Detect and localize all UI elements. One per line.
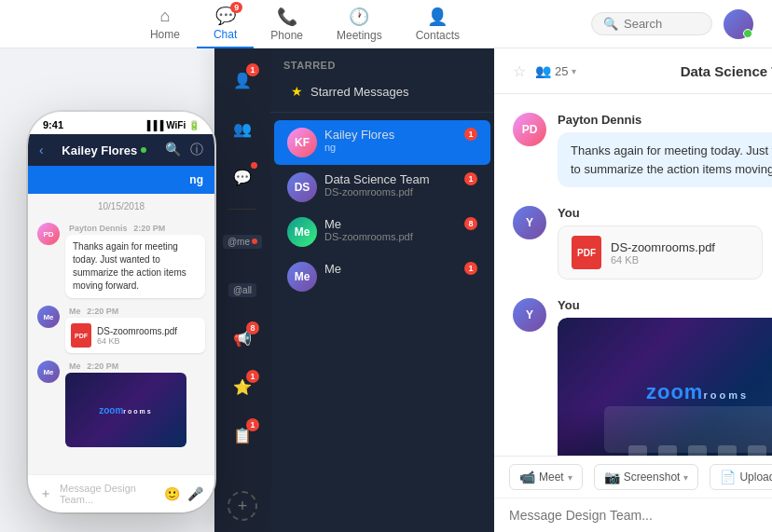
upload-icon: 📄 bbox=[720, 470, 736, 484]
file-size: 64 KB bbox=[611, 254, 715, 266]
phone-info-icon[interactable]: ⓘ bbox=[190, 142, 203, 158]
nav-items: ⌂ Home 💬 9 Chat 📞 Phone 🕐 Meetings 👤 Con… bbox=[133, 0, 476, 48]
phone-message-2: Me Me 2:20 PM PDF DS-zoomrooms.pdf 64 KB bbox=[28, 302, 214, 357]
starred-section-label: STARRED bbox=[283, 60, 481, 71]
nav-contacts[interactable]: 👤 Contacts bbox=[399, 1, 476, 48]
phone-message-input[interactable]: Message Design Team... bbox=[60, 483, 157, 505]
nav-home[interactable]: ⌂ Home bbox=[133, 1, 197, 47]
search-input[interactable] bbox=[624, 17, 700, 31]
upload-label: Upload bbox=[739, 471, 772, 484]
chat-preview-dst: DS-zoomrooms.pdf bbox=[324, 186, 457, 198]
sidebar-item-1[interactable]: 👤 1 bbox=[222, 60, 263, 101]
phone-avatar-payton: PD bbox=[37, 223, 60, 245]
nav-meetings[interactable]: 🕐 Meetings bbox=[320, 1, 399, 48]
zoom-sub: rooms bbox=[703, 389, 749, 401]
phone-status-icons: ▐▐▐ WiFi 🔋 bbox=[144, 120, 200, 130]
msg-bubble-1: Thanks again for meeting today. Just wan… bbox=[558, 132, 772, 187]
phone-file-attachment: PDF DS-zoomrooms.pdf 64 KB bbox=[65, 318, 205, 353]
chat-title: Data Science Team bbox=[667, 63, 772, 79]
chat-badge: 9 bbox=[230, 2, 242, 13]
message-group-1: PD Payton Dennis 2:20 PM Thanks again fo… bbox=[513, 113, 772, 187]
msg-sender-1: Payton Dennis bbox=[558, 113, 641, 127]
chair-2 bbox=[658, 445, 677, 456]
user-avatar[interactable] bbox=[724, 9, 753, 39]
phone-zoom-image: zoomrooms bbox=[65, 373, 186, 447]
chat-avatar-me2: Me bbox=[287, 262, 317, 292]
chat-info-me1: Me DS-zoomrooms.pdf bbox=[324, 217, 457, 242]
video-icon: 📹 bbox=[519, 470, 535, 484]
clock-icon: 🕐 bbox=[349, 7, 369, 27]
screenshot-label: Screenshot bbox=[624, 471, 681, 484]
sidebar-item-2[interactable]: 👥 bbox=[222, 108, 263, 149]
sidebar-dot-3 bbox=[251, 162, 257, 169]
contacts-label: Contacts bbox=[416, 29, 460, 42]
sidebar-item-8[interactable]: 📋 1 bbox=[222, 415, 263, 456]
chat-item-me2[interactable]: Me Me 1 bbox=[274, 254, 490, 299]
phone-avatar-me2: Me bbox=[37, 361, 60, 383]
nav-chat[interactable]: 💬 9 Chat bbox=[197, 0, 254, 48]
screenshot-button[interactable]: 📷 Screenshot ▾ bbox=[594, 464, 699, 490]
phone-pdf-icon: PDF bbox=[71, 323, 91, 348]
screenshot-icon: 📷 bbox=[604, 470, 620, 484]
upload-button[interactable]: 📄 Upload bbox=[710, 464, 772, 490]
add-channel-button[interactable]: + bbox=[227, 491, 257, 521]
chat-list: KF Kailey Flores ng 1 DS Data Science Te… bbox=[270, 113, 494, 532]
search-bar[interactable]: 🔍 bbox=[591, 12, 712, 35]
sidebar-item-5[interactable]: @all bbox=[222, 269, 263, 310]
phone-search-icon[interactable]: 🔍 bbox=[165, 142, 181, 158]
chat-label: Chat bbox=[214, 28, 237, 41]
favorite-star-button[interactable]: ☆ bbox=[513, 62, 526, 80]
phone-nav-bar: ‹ Kailey Flores 🔍 ⓘ bbox=[28, 134, 214, 166]
sidebar-icon-2: 👥 bbox=[233, 120, 252, 138]
phone-message-1: PD Payton Dennis 2:20 PM Thanks again fo… bbox=[28, 219, 214, 302]
chat-item-kailey[interactable]: KF Kailey Flores ng 1 bbox=[274, 120, 490, 165]
phone-contact-name: Kailey Flores bbox=[62, 143, 146, 157]
members-dropdown-arrow[interactable]: ▾ bbox=[572, 66, 576, 76]
home-icon: ⌂ bbox=[159, 7, 170, 26]
meet-button[interactable]: 📹 Meet ▾ bbox=[509, 464, 583, 490]
phone-emoji-button[interactable]: 🙂 bbox=[164, 486, 180, 501]
chat-item-dst[interactable]: DS Data Science Team DS-zoomrooms.pdf 1 bbox=[274, 165, 490, 210]
phone-add-button[interactable]: ＋ bbox=[39, 485, 52, 502]
chat-main: ☆ 👥 25 ▾ Data Science Team ⓘ PD bbox=[494, 48, 772, 532]
messages-area: PD Payton Dennis 2:20 PM Thanks again fo… bbox=[494, 94, 772, 456]
sidebar-item-3[interactable]: 💬 bbox=[222, 157, 263, 198]
sidebar-icon-3: 💬 bbox=[233, 169, 252, 186]
sidebar-item-6[interactable]: 📢 8 bbox=[222, 318, 263, 359]
online-indicator bbox=[141, 147, 146, 153]
sidebar-badge-8: 1 bbox=[246, 418, 259, 431]
meet-dropdown[interactable]: ▾ bbox=[568, 472, 572, 483]
sidebar-divider bbox=[228, 209, 256, 210]
contacts-icon: 👤 bbox=[427, 7, 448, 27]
screenshot-dropdown[interactable]: ▾ bbox=[683, 472, 688, 483]
sidebar-item-4[interactable]: @me bbox=[222, 221, 263, 262]
phone-mockup: 9:41 ▐▐▐ WiFi 🔋 ‹ Kailey Flores 🔍 ⓘ ng 1… bbox=[28, 112, 214, 512]
chat-avatar-me1: Me bbox=[287, 217, 317, 247]
chat-item-me1[interactable]: Me Me DS-zoomrooms.pdf 8 bbox=[274, 210, 490, 254]
msg-header-3: You 2:20 PM bbox=[558, 298, 772, 312]
phone-action-icons: 🔍 ⓘ bbox=[165, 142, 203, 158]
phone-voice-button[interactable]: 🎤 bbox=[187, 486, 203, 501]
chair-5 bbox=[748, 445, 766, 456]
chat-unread-me1: 8 bbox=[464, 217, 477, 230]
message-input[interactable] bbox=[509, 508, 772, 523]
chat-panel: STARRED ★ Starred Messages KF Kailey Flo… bbox=[270, 48, 494, 532]
at-me-badge: @me bbox=[223, 235, 262, 249]
sidebar-item-7[interactable]: ⭐ 1 bbox=[222, 366, 263, 407]
chat-avatar-kailey: KF bbox=[287, 128, 317, 157]
chat-name-kailey: Kailey Flores bbox=[324, 128, 457, 142]
nav-phone[interactable]: 📞 Phone bbox=[254, 1, 320, 48]
chair-3 bbox=[688, 445, 707, 456]
msg-avatar-you1: Y bbox=[513, 206, 546, 239]
phone-sender-2: Me 2:20 PM bbox=[65, 306, 205, 316]
at-all-badge: @all bbox=[228, 283, 256, 297]
phone-input-bar: ＋ Message Design Team... 🙂 🎤 bbox=[28, 474, 214, 512]
search-icon: 🔍 bbox=[603, 17, 618, 31]
chat-header: ☆ 👥 25 ▾ Data Science Team ⓘ bbox=[494, 48, 772, 94]
phone-back-button[interactable]: ‹ bbox=[39, 143, 44, 157]
phone-zoom-rooms-logo: zoomrooms bbox=[99, 405, 153, 416]
phone-icon: 📞 bbox=[277, 7, 297, 27]
main-layout: 9:41 ▐▐▐ WiFi 🔋 ‹ Kailey Flores 🔍 ⓘ ng 1… bbox=[0, 48, 772, 532]
starred-messages-item[interactable]: ★ Starred Messages bbox=[283, 78, 481, 104]
starred-messages-label: Starred Messages bbox=[310, 85, 409, 99]
